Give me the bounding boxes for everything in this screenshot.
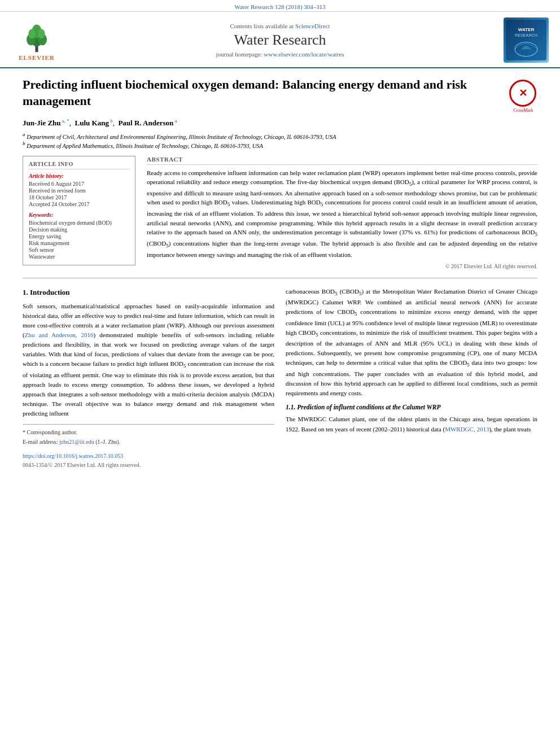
body-text-section: 1. Introduction Soft sensors, mathematic… — [23, 287, 537, 470]
ref-zhu-2016[interactable]: Zhu and Anderson, 2016 — [25, 331, 94, 338]
email-note: E-mail address: jzhu21@iit.edu (J.-J. Zh… — [23, 438, 274, 447]
history-item-3: 18 October 2017 — [29, 194, 129, 200]
elsevier-tree-icon — [20, 19, 54, 53]
water-research-badge: WATER RESEARCH — [504, 18, 549, 63]
homepage-link[interactable]: www.elsevier.com/locate/watres — [264, 51, 344, 58]
abstract-text: Ready access to comprehensive influent i… — [147, 168, 537, 260]
journal-header: ELSEVIER Contents lists available at Sci… — [0, 12, 560, 68]
journal-header-center: Contents lists available at ScienceDirec… — [62, 23, 498, 58]
journal-citation-bar: Water Research 128 (2018) 304–313 — [0, 0, 560, 12]
doi-section: https://doi.org/10.1016/j.watres.2017.10… — [23, 451, 274, 461]
sciencedirect-hyperlink[interactable]: ScienceDirect — [295, 23, 330, 29]
affiliation-1: a Department of Civil, Architectural and… — [23, 132, 537, 140]
article-info-header: ARTICLE INFO — [29, 161, 129, 169]
keyword-4: Risk management — [29, 240, 129, 246]
body-col-left: 1. Introduction Soft sensors, mathematic… — [23, 287, 274, 470]
authors-line: Jun-Jie Zhu a, *, Lulu Kang b, Paul R. A… — [23, 118, 537, 128]
subsection-para-1: The MWRDGC Calumet plant, one of the old… — [286, 414, 537, 434]
intro-para-2: carbonaceous BOD5 (CBOD5) at the Metropo… — [286, 287, 537, 398]
subsection-title-1: 1.1. Prediction of influent conditions a… — [286, 403, 537, 413]
article-info-column: ARTICLE INFO Article history: Received 6… — [23, 156, 135, 269]
affiliations: a Department of Civil, Architectural and… — [23, 132, 537, 149]
journal-homepage: journal homepage: www.elsevier.com/locat… — [62, 51, 498, 58]
article-history: Article history: Received 6 August 2017 … — [29, 173, 129, 207]
keyword-2: Decision making — [29, 226, 129, 233]
keywords-section: Keywords: Biochemical oxygen demand (BOD… — [29, 212, 129, 260]
abstract-header: ABSTRACT — [147, 156, 537, 165]
citation-text: Water Research 128 (2018) 304–313 — [234, 3, 326, 10]
email-link[interactable]: jzhu21@iit.edu — [59, 439, 94, 445]
info-abstract-section: ARTICLE INFO Article history: Received 6… — [23, 156, 537, 269]
intro-para-1: Soft sensors, mathematical/statistical a… — [23, 302, 274, 418]
footnotes-section: * Corresponding author. E-mail address: … — [23, 424, 274, 470]
author-1: Jun-Jie Zhu — [23, 119, 61, 128]
issn-line: 0043-1354/© 2017 Elsevier Ltd. All right… — [23, 461, 274, 470]
article-title: Predicting influent biochemical oxygen d… — [23, 77, 485, 109]
elsevier-logo-section: ELSEVIER — [11, 19, 62, 61]
title-section: Predicting influent biochemical oxygen d… — [23, 77, 537, 113]
keyword-1: Biochemical oxygen demand (BOD) — [29, 220, 129, 226]
copyright-line: © 2017 Elsevier Ltd. All rights reserved… — [147, 263, 537, 269]
keyword-5: Soft sensor — [29, 247, 129, 253]
svg-text:RESEARCH: RESEARCH — [515, 33, 537, 38]
badge-graphic: WATER RESEARCH — [504, 20, 549, 60]
crossmark-badge: ✕ CrossMark — [509, 80, 537, 108]
history-item-1: Received 6 August 2017 — [29, 181, 129, 187]
keywords-label: Keywords: — [29, 212, 129, 218]
abstract-column: ABSTRACT Ready access to comprehensive i… — [147, 156, 537, 269]
doi-link[interactable]: https://doi.org/10.1016/j.watres.2017.10… — [23, 453, 123, 459]
history-item-4: Accepted 24 October 2017 — [29, 201, 129, 207]
corresponding-note: * Corresponding author. — [23, 428, 274, 437]
crossmark-label: CrossMark — [509, 108, 537, 113]
svg-rect-7 — [506, 20, 546, 60]
history-label: Article history: — [29, 173, 129, 179]
elsevier-logo: ELSEVIER — [19, 19, 55, 61]
svg-point-5 — [28, 29, 35, 38]
section-divider — [23, 278, 537, 278]
ref-mwrdgc-2013[interactable]: MWRDGC, 2013 — [445, 426, 489, 433]
journal-title: Water Research — [62, 32, 498, 49]
author-2: Lulu Kang — [75, 119, 109, 128]
crossmark-icon: ✕ — [509, 80, 536, 107]
author-3: Paul R. Anderson — [118, 119, 173, 128]
svg-point-6 — [38, 29, 45, 38]
abstract-section: ABSTRACT Ready access to comprehensive i… — [147, 156, 537, 269]
keyword-3: Energy saving — [29, 233, 129, 239]
affiliation-2: b Department of Applied Mathematics, Ill… — [23, 141, 537, 149]
history-item-2: Received in revised form — [29, 187, 129, 194]
article-content: Predicting influent biochemical oxygen d… — [0, 68, 560, 480]
svg-text:WATER: WATER — [518, 27, 535, 32]
article-info-box: ARTICLE INFO Article history: Received 6… — [23, 156, 135, 265]
intro-title: 1. Introduction — [23, 287, 274, 298]
sciencedirect-link: Contents lists available at ScienceDirec… — [62, 23, 498, 29]
keyword-6: Wastewater — [29, 254, 129, 260]
body-col-right: carbonaceous BOD5 (CBOD5) at the Metropo… — [286, 287, 537, 470]
journal-badge-section: WATER RESEARCH — [498, 18, 549, 63]
elsevier-wordmark: ELSEVIER — [19, 54, 55, 61]
